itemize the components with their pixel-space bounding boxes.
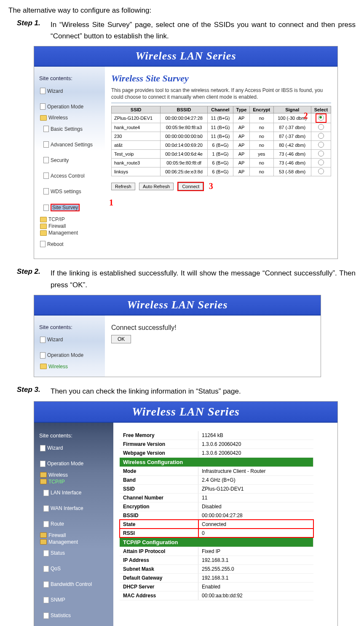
nav-mgmt[interactable]: Management [37,539,113,545]
nav-wizard[interactable]: Wizard [37,332,105,347]
step3-label: Step 3. [17,386,51,397]
nav-opmode[interactable]: Operation Mode [37,348,105,363]
cell-ch: 11 (B+G) [207,113,233,123]
cell-type: AP [233,113,250,123]
nav-label: Site Survey [51,204,80,211]
status-value: 255.255.255.0 [198,564,313,573]
marker-3: 3 [209,181,213,191]
sidebar: Site contents: Wizard Operation Mode Wir… [34,316,105,377]
status-value: 1.3.0.6 20060420 [198,448,313,457]
status-label: MAC Address [120,591,198,600]
nav-label: Management [48,539,78,545]
nav-opmode[interactable]: Operation Mode [37,99,105,114]
nav-wds[interactable]: WDS settings [37,184,105,199]
nav-label: Route [51,521,64,527]
cell-ssid: linksys [112,167,161,176]
status-value: Enabled [198,582,313,591]
table-row: hank_route300:05:9e:80:f8:df6 (B+G)APno7… [112,158,331,167]
nav-fw[interactable]: Firewall [37,223,105,229]
nav-label: Operation Mode [47,104,83,110]
nav-ddns[interactable]: DDNS [37,624,113,626]
nav-wizard[interactable]: Wizard [37,84,105,98]
nav-label: Operation Mode [47,461,83,467]
cell-enc: no [249,167,273,176]
step1-text: In “Wireless Site Survey” page, select o… [51,19,356,42]
radio-select[interactable] [318,159,324,165]
nav-label: Wireless [48,115,68,121]
connect-button[interactable]: Connect [178,183,203,190]
radio-select[interactable] [318,142,324,148]
radio-select[interactable] [318,133,324,139]
cell-ch: 1 (B+G) [207,149,233,158]
nav-qos[interactable]: QoS [37,561,113,576]
marker-2: 2 [304,111,308,121]
cell-ssid: Test_voip [112,149,161,158]
auto-refresh-button[interactable]: Auto Refresh [139,183,174,190]
nav-label: Reboot [47,241,64,247]
status-label: RSSI [120,529,198,537]
nav-survey[interactable]: Site Survey 1 [37,200,105,216]
sidebar-title: Site contents: [39,432,113,439]
cell-ssid: 230 [112,132,161,140]
nav-wan[interactable]: WAN Interface [37,501,113,516]
col-encrypt: Encrypt [249,106,273,113]
nav-wizard[interactable]: Wizard [37,441,113,456]
cell-type: AP [233,123,250,132]
status-label: DHCP Server [120,582,198,591]
step1-label: Step 1. [17,19,51,42]
cell-type: AP [233,158,250,167]
nav-fw[interactable]: Firewall [37,532,113,538]
radio-select[interactable] [318,124,324,130]
nav-sec[interactable]: Security [37,153,105,167]
nav-basic[interactable]: Basic Settings [37,121,105,136]
sidebar: Site contents: Wizard Operation Mode Wir… [34,67,105,259]
nav-ac[interactable]: Access Control [37,168,105,183]
nav-tcpip[interactable]: TCP/IP [37,479,113,485]
cell-bssid: 00:00:00:00:00:b0 [161,132,207,140]
nav-reboot[interactable]: Reboot [37,237,105,251]
status-value: 00:00:aa:bb:dd:92 [198,591,313,600]
cell-ssid: at&t [112,140,161,149]
nav-bw[interactable]: Bandwidth Control [37,577,113,592]
radio-select[interactable] [318,168,324,174]
nav-route[interactable]: Route [37,517,113,532]
cell-sig: 87 (-37 dbm) [273,123,311,132]
nav-label: Wireless [48,364,68,370]
refresh-button[interactable]: Refresh [111,183,135,190]
radio-select[interactable] [318,115,324,121]
nav-label: TCP/IP [48,216,65,222]
nav-wireless[interactable]: Wireless [37,115,105,121]
section-header: Wireless Configuration [120,457,313,467]
cell-ch: 6 (B+G) [207,158,233,167]
nav-wireless[interactable]: Wireless [37,472,113,478]
cell-sig: 73 (-46 dbm) [273,149,311,158]
status-value: 192.168.3.1 [198,573,313,582]
nav-tcp[interactable]: TCP/IP [37,216,105,222]
nav-label: LAN Interface [51,490,81,496]
nav-label: Advanced Settings [51,142,93,148]
nav-snmp[interactable]: SNMP [37,593,113,607]
nav-wireless[interactable]: Wireless [37,364,105,370]
table-row: at&t00:0d:14:00:69:206 (B+G)APno80 (-42 … [112,140,331,149]
ok-button[interactable]: OK [111,335,131,343]
nav-stats[interactable]: Statistics [37,608,113,623]
nav-label: Firewall [48,223,66,229]
cell-bssid: 00:05:9e:80:f8:a3 [161,123,207,132]
cell-bssid: 00:0d:14:00:6d:4e [161,149,207,158]
status-value: 192.168.3.1 [198,556,313,564]
cell-enc: no [249,113,273,123]
status-value: 11 [198,493,313,502]
radio-select[interactable] [318,151,324,156]
status-label: Firmware Version [120,440,198,448]
nav-label: Wizard [47,445,63,451]
step2-label: Step 2. [17,267,51,290]
survey-desc: This page provides tool to scan the wire… [111,87,331,100]
cell-ch: 6 (B+G) [207,140,233,149]
nav-status[interactable]: Status [37,546,113,561]
nav-mgmt[interactable]: Management [37,230,105,236]
nav-lan[interactable]: LAN Interface [37,486,113,500]
nav-opmode[interactable]: Operation Mode [37,456,113,471]
nav-adv[interactable]: Advanced Settings [37,137,105,152]
status-value: Disabled [198,502,313,511]
table-row: hank_route400:05:9e:80:f8:a311 (B+G)APno… [112,123,331,132]
